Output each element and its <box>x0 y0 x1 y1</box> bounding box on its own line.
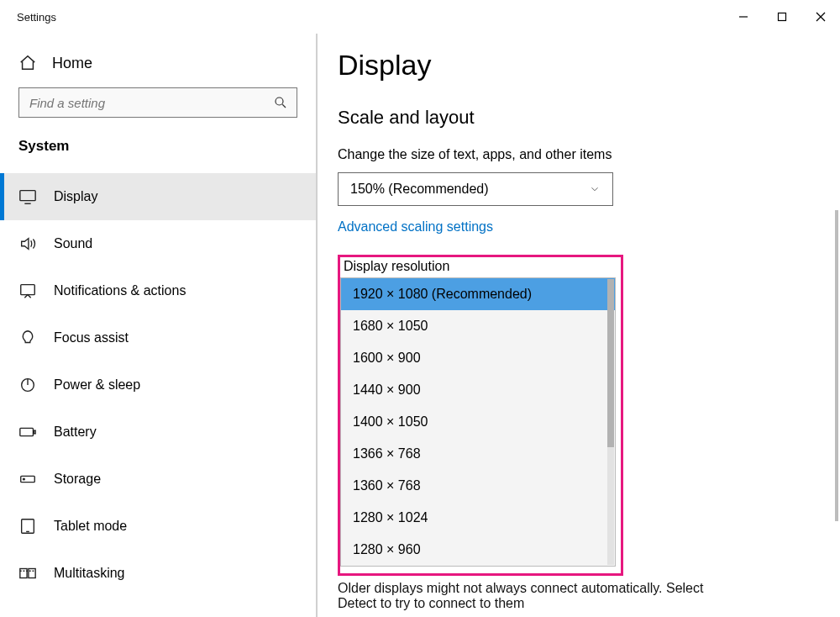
page-title: Display <box>338 49 813 82</box>
resolution-option[interactable]: 1280 × 960 <box>341 534 615 566</box>
svg-rect-12 <box>34 430 35 434</box>
svg-rect-8 <box>21 285 35 295</box>
nav-item-tablet-mode[interactable]: Tablet mode <box>0 503 316 550</box>
svg-rect-6 <box>20 191 35 201</box>
detect-hint: Older displays might not always connect … <box>338 581 741 611</box>
nav-item-label: Focus assist <box>54 330 129 345</box>
nav-item-power-sleep[interactable]: Power & sleep <box>0 361 316 409</box>
svg-line-5 <box>282 104 286 108</box>
nav-item-label: Notifications & actions <box>54 283 186 298</box>
nav-item-display[interactable]: Display <box>0 173 316 220</box>
nav-item-label: Tablet mode <box>54 519 127 534</box>
nav-item-battery[interactable]: Battery <box>0 409 316 456</box>
home-icon <box>18 54 37 72</box>
tablet-icon <box>18 517 37 535</box>
dropdown-scrollbar-thumb[interactable] <box>607 279 614 447</box>
resolution-option[interactable]: 1680 × 1050 <box>341 310 615 342</box>
power-icon <box>18 376 37 394</box>
sidebar-home[interactable]: Home <box>0 49 316 87</box>
scale-value: 150% (Recommended) <box>350 182 489 197</box>
scale-label: Change the size of text, apps, and other… <box>338 147 813 162</box>
chevron-down-icon <box>589 183 601 195</box>
section-scale-layout: Scale and layout <box>338 107 813 129</box>
svg-rect-18 <box>29 569 35 578</box>
main-content: Display Scale and layout Change the size… <box>318 34 840 617</box>
titlebar: Settings <box>0 0 840 34</box>
nav-item-label: Battery <box>54 425 97 440</box>
sidebar: Home System Display Sound Notific <box>0 34 318 617</box>
resolution-option[interactable]: 1600 × 900 <box>341 342 615 374</box>
resolution-option[interactable]: 1920 × 1080 (Recommended) <box>341 278 615 310</box>
main-scrollbar[interactable] <box>835 210 838 521</box>
svg-rect-1 <box>779 13 786 21</box>
advanced-scaling-link[interactable]: Advanced scaling settings <box>338 219 813 235</box>
nav-item-focus-assist[interactable]: Focus assist <box>0 314 316 361</box>
scale-select[interactable]: 150% (Recommended) <box>338 172 613 206</box>
resolution-option[interactable]: 1360 × 768 <box>341 470 615 502</box>
maximize-button[interactable] <box>763 3 801 30</box>
resolution-highlight: Display resolution 1920 × 1080 (Recommen… <box>338 255 623 576</box>
battery-icon <box>18 423 37 441</box>
nav-item-label: Multitasking <box>54 566 124 581</box>
multitasking-icon <box>18 564 37 583</box>
svg-point-14 <box>24 478 25 480</box>
resolution-option[interactable]: 1280 × 1024 <box>341 502 615 534</box>
display-icon <box>18 187 37 206</box>
nav-item-notifications[interactable]: Notifications & actions <box>0 267 316 314</box>
close-button[interactable] <box>801 3 840 30</box>
sound-icon <box>18 235 37 253</box>
search-icon <box>273 95 288 110</box>
notifications-icon <box>18 282 37 300</box>
category-system: System <box>0 138 316 173</box>
focus-assist-icon <box>18 329 37 347</box>
svg-rect-17 <box>20 569 27 578</box>
nav-item-sound[interactable]: Sound <box>0 220 316 267</box>
resolution-dropdown[interactable]: 1920 × 1080 (Recommended) 1680 × 1050 16… <box>340 277 616 567</box>
resolution-option[interactable]: 1400 × 1050 <box>341 406 615 438</box>
nav-item-label: Display <box>54 189 97 204</box>
resolution-option[interactable]: 1440 × 900 <box>341 374 615 406</box>
search-box[interactable] <box>18 87 297 118</box>
window-controls <box>724 3 840 30</box>
svg-point-4 <box>276 98 283 105</box>
minimize-button[interactable] <box>724 3 763 30</box>
nav-item-multitasking[interactable]: Multitasking <box>0 550 316 597</box>
nav-list: Display Sound Notifications & actions Fo… <box>0 173 316 597</box>
storage-icon <box>18 470 37 488</box>
search-input[interactable] <box>19 96 297 110</box>
resolution-option[interactable]: 1366 × 768 <box>341 438 615 470</box>
nav-item-label: Storage <box>54 472 101 487</box>
nav-item-storage[interactable]: Storage <box>0 456 316 503</box>
resolution-label: Display resolution <box>340 259 616 277</box>
window-title: Settings <box>17 11 56 24</box>
nav-item-label: Sound <box>54 236 92 251</box>
home-label: Home <box>52 55 92 72</box>
svg-rect-11 <box>20 428 34 435</box>
nav-item-label: Power & sleep <box>54 377 140 393</box>
